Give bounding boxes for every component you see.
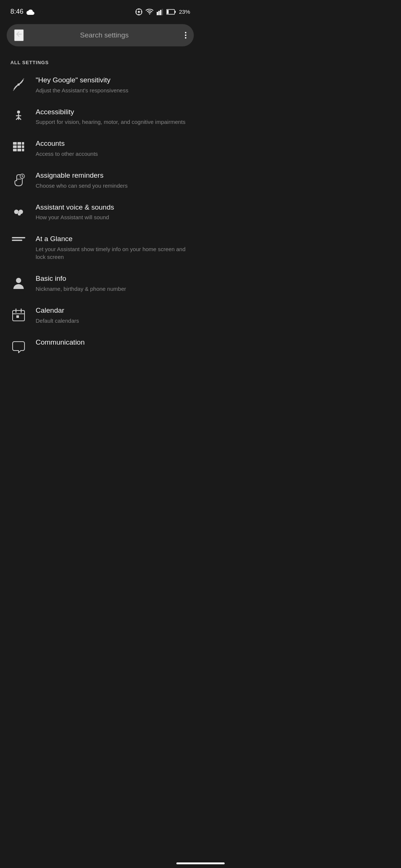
svg-point-6: [149, 13, 150, 14]
assistant-voice-subtitle: How your Assistant will sound: [36, 213, 190, 221]
svg-point-34: [16, 278, 21, 283]
svg-rect-33: [12, 240, 22, 241]
svg-rect-23: [17, 149, 21, 151]
back-button[interactable]: [14, 29, 24, 41]
svg-rect-13: [167, 10, 169, 13]
communication-text: Communication: [36, 338, 190, 349]
svg-rect-32: [12, 237, 25, 239]
svg-rect-9: [160, 10, 162, 15]
svg-rect-24: [22, 149, 24, 151]
assistant-voice-title: Assistant voice & sounds: [36, 203, 190, 212]
svg-rect-39: [16, 315, 19, 318]
svg-rect-12: [175, 11, 176, 13]
hey-google-text: "Hey Google" sensitivity Adjust the Assi…: [36, 76, 190, 94]
settings-item-basic-info[interactable]: Basic info Nickname, birthday & phone nu…: [0, 267, 200, 299]
svg-rect-8: [158, 11, 160, 15]
assignable-reminders-subtitle: Choose who can send you reminders: [36, 182, 190, 190]
at-a-glance-icon: [10, 234, 27, 243]
search-placeholder: Search settings: [30, 31, 179, 39]
battery-icon: [166, 9, 176, 15]
accessibility-text: Accessibility Support for vision, hearin…: [36, 108, 190, 126]
svg-point-31: [18, 213, 21, 216]
basic-info-title: Basic info: [36, 274, 190, 283]
settings-item-at-a-glance[interactable]: At a Glance Let your Assistant show time…: [0, 228, 200, 267]
accessibility-subtitle: Support for vision, hearing, motor, and …: [36, 118, 190, 126]
at-a-glance-title: At a Glance: [36, 234, 190, 244]
assistant-voice-icon: [10, 203, 27, 219]
svg-rect-10: [162, 9, 163, 15]
svg-rect-17: [17, 142, 21, 145]
status-time: 8:46: [10, 8, 35, 16]
calendar-text: Calendar Default calendars: [36, 306, 190, 325]
settings-item-calendar[interactable]: Calendar Default calendars: [0, 299, 200, 331]
basic-info-icon: [10, 274, 27, 290]
sync-icon: [135, 8, 143, 16]
assignable-reminders-icon: [10, 171, 27, 187]
accessibility-icon: [10, 108, 27, 124]
communication-title: Communication: [36, 338, 190, 347]
accounts-subtitle: Access to other accounts: [36, 150, 190, 158]
status-bar: 8:46: [0, 0, 200, 20]
settings-item-hey-google[interactable]: "Hey Google" sensitivity Adjust the Assi…: [0, 69, 200, 101]
svg-rect-21: [22, 145, 24, 148]
basic-info-subtitle: Nickname, birthday & phone number: [36, 285, 190, 293]
cloud-icon: [26, 9, 35, 15]
accounts-icon: [10, 139, 27, 155]
svg-point-1: [138, 11, 140, 13]
svg-point-29: [14, 210, 19, 214]
accessibility-title: Accessibility: [36, 108, 190, 117]
assignable-reminders-title: Assignable reminders: [36, 171, 190, 180]
wifi-icon: [146, 9, 154, 15]
communication-icon: [10, 338, 27, 354]
hey-google-subtitle: Adjust the Assistant's responsiveness: [36, 86, 190, 94]
search-bar[interactable]: Search settings: [7, 24, 194, 46]
settings-item-assignable-reminders[interactable]: Assignable reminders Choose who can send…: [0, 164, 200, 196]
svg-point-14: [17, 83, 20, 86]
calendar-title: Calendar: [36, 306, 190, 315]
at-a-glance-subtitle: Let your Assistant show timely info on y…: [36, 245, 190, 261]
more-options-button[interactable]: [185, 32, 186, 39]
assistant-voice-text: Assistant voice & sounds How your Assist…: [36, 203, 190, 221]
svg-rect-20: [17, 145, 21, 148]
signal-icon: [157, 9, 163, 15]
at-a-glance-text: At a Glance Let your Assistant show time…: [36, 234, 190, 261]
svg-rect-18: [22, 142, 24, 145]
assignable-reminders-text: Assignable reminders Choose who can send…: [36, 171, 190, 190]
settings-item-accessibility[interactable]: Accessibility Support for vision, hearin…: [0, 101, 200, 133]
time-display: 8:46: [10, 8, 23, 16]
settings-list: "Hey Google" sensitivity Adjust the Assi…: [0, 69, 200, 361]
settings-item-communication[interactable]: Communication: [0, 331, 200, 361]
svg-rect-7: [157, 12, 158, 15]
section-header: ALL SETTINGS: [0, 53, 200, 69]
basic-info-text: Basic info Nickname, birthday & phone nu…: [36, 274, 190, 293]
svg-rect-16: [13, 142, 17, 145]
status-icons: 23%: [135, 8, 190, 16]
svg-point-15: [17, 111, 20, 114]
accounts-text: Accounts Access to other accounts: [36, 139, 190, 158]
accounts-title: Accounts: [36, 139, 190, 148]
svg-rect-22: [13, 149, 17, 151]
calendar-subtitle: Default calendars: [36, 317, 190, 325]
hey-google-title: "Hey Google" sensitivity: [36, 76, 190, 85]
svg-rect-19: [13, 145, 17, 148]
battery-percentage: 23%: [179, 9, 190, 15]
settings-item-assistant-voice[interactable]: Assistant voice & sounds How your Assist…: [0, 196, 200, 228]
hey-google-icon: [10, 76, 27, 92]
calendar-icon: [10, 306, 27, 322]
settings-item-accounts[interactable]: Accounts Access to other accounts: [0, 132, 200, 164]
